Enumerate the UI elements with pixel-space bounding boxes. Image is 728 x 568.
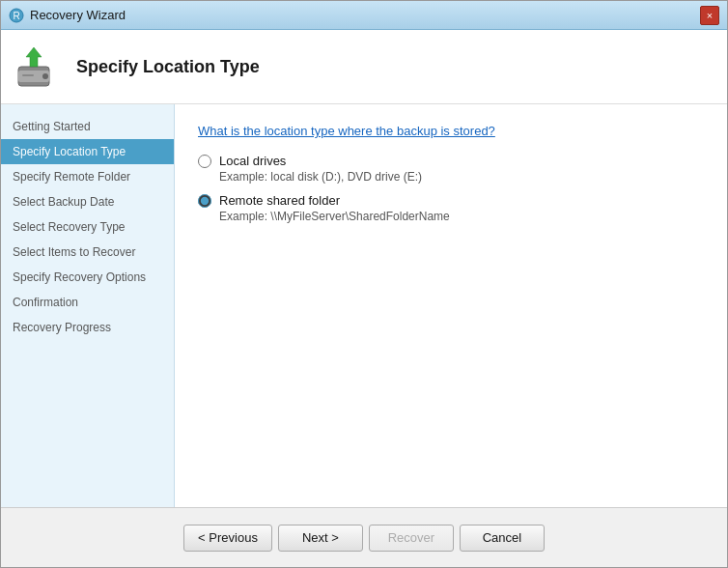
window-title: Recovery Wizard (30, 8, 126, 22)
svg-rect-5 (22, 74, 34, 76)
recover-button[interactable]: Recover (369, 525, 454, 552)
local-drives-radio[interactable] (198, 155, 211, 168)
sidebar-item-specify-recovery-options[interactable]: Specify Recovery Options (1, 265, 174, 290)
main-content: Getting Started Specify Location Type Sp… (1, 104, 727, 507)
recover-label: Recover (388, 530, 434, 545)
remote-shared-folder-example: Example: \\MyFileServer\SharedFolderName (219, 210, 704, 223)
svg-text:R: R (13, 11, 19, 21)
remote-shared-folder-radio[interactable] (198, 194, 211, 208)
footer: < Previous Next > Recover Cancel (1, 507, 727, 567)
previous-label: < Previous (198, 530, 258, 545)
local-drives-row: Local drives (198, 154, 704, 168)
sidebar-item-getting-started[interactable]: Getting Started (1, 114, 174, 139)
sidebar-item-select-items-to-recover[interactable]: Select Items to Recover (1, 240, 174, 265)
close-button[interactable]: × (700, 6, 719, 25)
sidebar-item-select-recovery-type[interactable]: Select Recovery Type (1, 214, 174, 240)
next-button[interactable]: Next > (278, 525, 363, 552)
app-icon: R (9, 8, 24, 23)
content-area: What is the location type where the back… (175, 104, 727, 507)
remote-shared-folder-row: Remote shared folder (198, 193, 704, 208)
wizard-icon (14, 43, 61, 90)
location-type-radio-group: Local drives Example: local disk (D:), D… (198, 154, 704, 223)
svg-point-4 (42, 73, 48, 79)
remote-shared-folder-option: Remote shared folder Example: \\MyFileSe… (198, 193, 704, 223)
recovery-wizard-window: R Recovery Wizard × Specify Location Typ… (0, 0, 728, 568)
next-label: Next > (302, 530, 339, 545)
local-drives-label[interactable]: Local drives (219, 154, 286, 168)
sidebar-item-select-backup-date[interactable]: Select Backup Date (1, 189, 174, 214)
sidebar: Getting Started Specify Location Type Sp… (1, 104, 175, 507)
page-title: Specify Location Type (76, 57, 260, 77)
local-drives-option: Local drives Example: local disk (D:), D… (198, 154, 704, 184)
cancel-button[interactable]: Cancel (460, 525, 545, 552)
previous-button[interactable]: < Previous (183, 525, 272, 552)
svg-marker-6 (26, 47, 42, 67)
question-label: What is the location type where the back… (198, 124, 704, 138)
header-area: Specify Location Type (1, 30, 727, 104)
local-drives-example: Example: local disk (D:), DVD drive (E:) (219, 170, 704, 184)
title-bar: R Recovery Wizard × (1, 1, 727, 30)
title-bar-left: R Recovery Wizard (9, 8, 126, 23)
sidebar-item-confirmation[interactable]: Confirmation (1, 290, 174, 315)
sidebar-item-specify-location-type[interactable]: Specify Location Type (1, 139, 174, 164)
remote-shared-folder-label[interactable]: Remote shared folder (219, 193, 340, 208)
cancel-label: Cancel (483, 530, 521, 545)
sidebar-item-recovery-progress[interactable]: Recovery Progress (1, 315, 174, 340)
sidebar-item-specify-remote-folder[interactable]: Specify Remote Folder (1, 164, 174, 189)
